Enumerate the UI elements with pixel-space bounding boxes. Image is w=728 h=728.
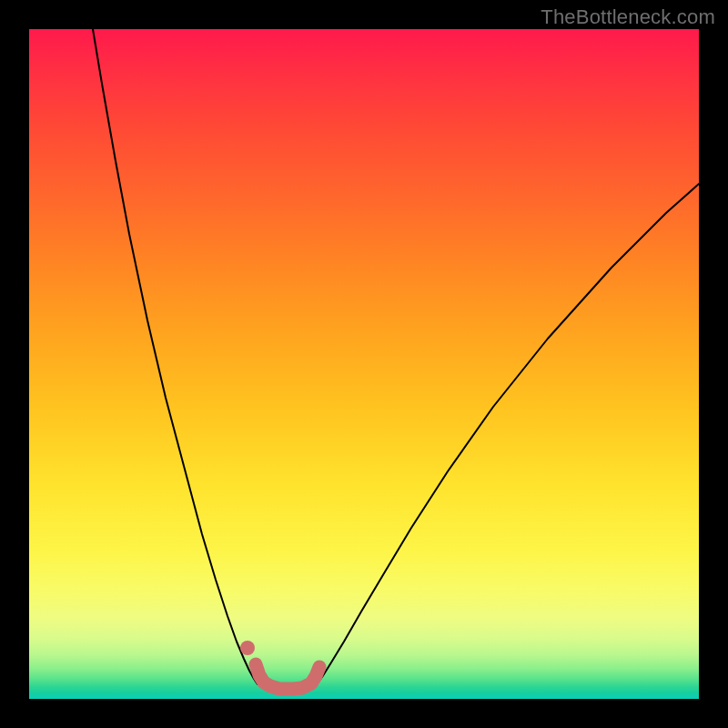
chart-svg <box>29 29 699 699</box>
series-layer <box>93 29 699 689</box>
watermark-text: TheBottleneck.com <box>541 5 715 29</box>
chart-frame: TheBottleneck.com <box>0 0 728 728</box>
series-right-branch <box>317 184 699 684</box>
plot-area <box>29 29 699 699</box>
series-left-branch <box>93 29 258 684</box>
series-bottom-marker <box>256 664 319 689</box>
series-dot <box>240 641 255 655</box>
